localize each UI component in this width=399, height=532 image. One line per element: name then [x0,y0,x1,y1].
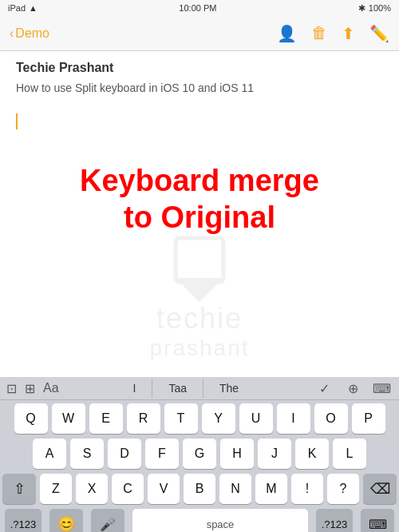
nav-actions: 👤 🗑 ⬆ ✏️ [277,24,389,43]
note-subtitle: How to use Split keyboard in iOS 10 and … [16,81,383,94]
svg-rect-0 [176,238,223,282]
watermark-text1: techie [156,302,243,335]
watermark: techie prashant [0,230,399,361]
key-f[interactable]: F [145,439,179,469]
watermark-text2: prashant [150,335,250,361]
keyboard-area: ⊡ ⊞ Aa I Taa The ✓ ⊕ ⌨ Q W E R T Y U I O… [0,377,399,532]
key-u[interactable]: U [239,403,273,434]
predictive-bar: ⊡ ⊞ Aa I Taa The ✓ ⊕ ⌨ [0,377,399,400]
key-y[interactable]: Y [202,403,235,434]
key-row-2: A S D F G H J K L [2,439,397,469]
delete-key[interactable]: ⌫ [363,474,397,504]
share-icon[interactable]: ⬆ [342,24,355,43]
key-p[interactable]: P [352,403,385,434]
key-w[interactable]: W [52,403,85,434]
battery-label: 100% [369,3,391,13]
key-n[interactable]: N [219,474,251,504]
status-right: ✱ 100% [358,3,391,14]
key-a[interactable]: A [33,439,66,469]
watermark-icon [160,230,239,310]
key-i[interactable]: I [277,403,310,434]
key-m[interactable]: M [255,474,287,504]
person-add-icon[interactable]: 👤 [277,24,297,43]
grid-icon[interactable]: ⊞ [25,381,35,396]
key-row-1: Q W E R T Y U I O P [2,403,397,434]
note-title: Techie Prashant [16,61,383,75]
compose-icon[interactable]: ✏️ [369,24,389,43]
key-b[interactable]: B [184,474,215,504]
key-g[interactable]: G [183,439,216,469]
pred-word-1[interactable]: I [117,379,152,398]
keyboard-switch-key[interactable]: ⌨ [361,509,394,532]
key-row-4: .?123 😊 🎤 space .?123 ⌨ [2,509,397,532]
key-k[interactable]: K [295,439,329,469]
wifi-icon: ▲ [29,3,38,13]
note-content-area[interactable]: Techie Prashant How to use Split keyboar… [0,51,399,377]
key-s[interactable]: S [70,439,104,469]
keyboard-hide-icon[interactable]: ⌨ [370,377,393,399]
pred-word-2[interactable]: Taa [152,379,203,398]
key-q[interactable]: Q [14,403,48,434]
pred-word-3[interactable]: The [203,379,255,398]
mic-key[interactable]: 🎤 [91,509,124,532]
svg-marker-1 [176,278,223,302]
back-button[interactable]: ‹ Demo [10,26,49,41]
space-key[interactable]: space [132,509,308,532]
key-x[interactable]: X [76,474,108,504]
key-e[interactable]: E [89,403,123,434]
key-t[interactable]: T [164,403,198,434]
format-icon[interactable]: ⊡ [6,381,17,396]
key-row-3: ⇧ Z X C V B N M ! ? ⌫ [2,474,397,504]
chevron-left-icon: ‹ [10,26,14,41]
trash-icon[interactable]: 🗑 [311,24,327,42]
predictive-words: I Taa The [59,379,313,398]
num-switch-key-right[interactable]: .?123 [316,509,353,532]
add-circle-icon[interactable]: ⊕ [342,377,364,399]
key-r[interactable]: R [127,403,160,434]
key-h[interactable]: H [220,439,254,469]
key-j[interactable]: J [258,439,291,469]
shift-key[interactable]: ⇧ [2,474,36,504]
overlay-line1: Keyboard merge [0,163,399,200]
key-c[interactable]: C [112,474,144,504]
font-icon[interactable]: Aa [43,381,59,395]
keyboard-rows: Q W E R T Y U I O P A S D F G H J K L ⇧ … [0,400,399,532]
key-l[interactable]: L [333,439,366,469]
emoji-key[interactable]: 😊 [49,509,83,532]
key-z[interactable]: Z [40,474,72,504]
status-left: iPad ▲ [8,3,38,13]
num-switch-key-left[interactable]: .?123 [5,509,41,532]
check-icon[interactable]: ✓ [313,377,335,399]
overlay-text: Keyboard merge to Original [0,163,399,236]
key-exclaim[interactable]: ! [291,474,323,504]
back-label: Demo [15,26,49,41]
time-label: 10:00 PM [179,3,216,13]
status-bar: iPad ▲ 10:00 PM ✱ 100% [0,0,399,16]
bluetooth-icon: ✱ [358,3,365,14]
key-d[interactable]: D [108,439,141,469]
predictive-left-icons: ⊡ ⊞ Aa [6,381,59,396]
key-question[interactable]: ? [327,474,359,504]
text-cursor [16,113,18,129]
key-o[interactable]: O [314,403,348,434]
key-v[interactable]: V [148,474,180,504]
predictive-right-icons: ✓ ⊕ ⌨ [313,377,393,399]
carrier-label: iPad [8,3,26,13]
nav-bar: ‹ Demo 👤 🗑 ⬆ ✏️ [0,16,399,51]
